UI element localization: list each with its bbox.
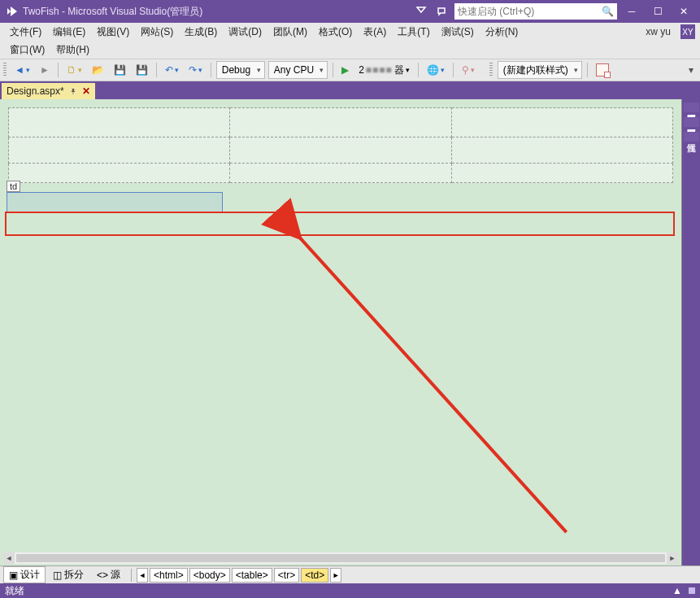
scroll-right-button[interactable]: ►	[667, 552, 678, 564]
menu-window[interactable]: 窗口(W)	[5, 41, 50, 59]
open-file-button[interactable]: 📂	[89, 61, 107, 79]
toolbar-grip[interactable]	[3, 63, 7, 77]
quick-launch-input[interactable]	[458, 4, 602, 19]
redo-button[interactable]: ↷ ▾	[185, 61, 206, 79]
panel-team-explorer[interactable]: 团队资源管理器	[684, 117, 699, 127]
panel-properties[interactable]: 属性	[684, 132, 699, 142]
new-project-button[interactable]: 🗋 ▾	[63, 61, 85, 79]
start-debug-button[interactable]: ▶	[338, 61, 352, 79]
source-icon: <>	[97, 570, 108, 581]
scroll-thumb[interactable]	[16, 554, 665, 562]
solution-platform-dropdown[interactable]: Any CPU	[268, 61, 328, 79]
menu-help[interactable]: 帮助(H)	[51, 41, 94, 59]
tagpath-table[interactable]: <table>	[232, 568, 272, 583]
nav-back-button[interactable]: ◄ ▾	[11, 61, 33, 79]
annotation-highlight	[5, 212, 675, 236]
standard-toolbar: ◄ ▾ ► 🗋 ▾ 📂 💾 💾 ↶ ▾ ↷ ▾ Debug Any CPU ▶ …	[0, 59, 700, 81]
tab-close-icon[interactable]: ✕	[82, 85, 90, 97]
menu-bar-row2: 窗口(W) 帮助(H)	[0, 41, 700, 59]
menu-file[interactable]: 文件(F)	[5, 24, 46, 41]
designer-bottom-bar: ▣设计 ◫拆分 <>源 ◄ <html> <body> <table> <tr>…	[0, 565, 700, 583]
nav-forward-button[interactable]: ►	[37, 61, 53, 79]
tagpath-next[interactable]: ►	[330, 568, 341, 583]
menu-test[interactable]: 测试(S)	[437, 24, 479, 41]
window-title: TwoFish - Microsoft Visual Studio(管理员)	[23, 5, 202, 19]
toolbar-overflow[interactable]: ▾	[685, 61, 697, 79]
menu-bar: 文件(F) 编辑(E) 视图(V) 网站(S) 生成(B) 调试(D) 团队(M…	[0, 23, 700, 41]
close-button[interactable]: ✕	[672, 3, 695, 20]
menu-view[interactable]: 视图(V)	[92, 24, 134, 41]
menu-tools[interactable]: 工具(T)	[393, 24, 434, 41]
design-surface[interactable]: td ◄ ►	[0, 99, 682, 565]
menu-table[interactable]: 表(A)	[359, 24, 391, 41]
feedback-icon[interactable]	[433, 2, 451, 20]
status-right: ▲	[672, 585, 695, 596]
pin-icon[interactable]: 🖈	[69, 87, 77, 96]
save-all-button[interactable]: 💾	[133, 61, 151, 79]
design-icon: ▣	[9, 570, 18, 581]
solution-config-dropdown[interactable]: Debug	[216, 61, 265, 79]
html-table[interactable]	[8, 107, 673, 183]
toolbar-grip-2[interactable]	[489, 63, 493, 77]
selected-cell-outline	[7, 192, 223, 213]
quick-launch[interactable]: 🔍	[454, 3, 617, 20]
style-dropdown[interactable]: (新建内联样式)	[498, 61, 582, 79]
menu-format[interactable]: 格式(O)	[314, 24, 357, 41]
tagpath-td[interactable]: <td>	[301, 568, 328, 583]
undo-button[interactable]: ↶ ▾	[162, 61, 182, 79]
maximize-button[interactable]: ☐	[646, 3, 669, 20]
user-avatar[interactable]: XY	[680, 24, 695, 39]
notifications-icon[interactable]	[412, 2, 430, 20]
document-tab-label: Design.aspx*	[7, 85, 64, 97]
element-tag-label[interactable]: td	[7, 181, 20, 192]
mode-source[interactable]: <>源	[91, 566, 126, 583]
menu-website[interactable]: 网站(S)	[136, 24, 178, 41]
status-text: 就绪	[5, 584, 24, 598]
menu-team[interactable]: 团队(M)	[268, 24, 312, 41]
search-icon: 🔍	[602, 6, 614, 17]
browser-target-dropdown[interactable]: 2■■■■器 ▾	[355, 61, 413, 79]
document-tab[interactable]: Design.aspx* 🖈 ✕	[2, 83, 95, 99]
menu-build[interactable]: 生成(B)	[180, 24, 222, 41]
vs-logo-icon	[5, 4, 20, 19]
mode-design[interactable]: ▣设计	[3, 566, 46, 583]
scroll-left-button[interactable]: ◄	[3, 552, 15, 564]
find-in-files-button[interactable]: ⚲ ▾	[459, 61, 478, 79]
menu-debug[interactable]: 调试(D)	[224, 24, 267, 41]
status-arrow-icon: ▲	[672, 585, 682, 596]
tagpath-body[interactable]: <body>	[189, 568, 230, 583]
horizontal-scrollbar[interactable]: ◄ ►	[3, 552, 678, 564]
split-icon: ◫	[53, 570, 62, 581]
browse-with-button[interactable]: 🌐 ▾	[424, 61, 448, 79]
status-indicator-icon	[689, 587, 695, 594]
minimize-button[interactable]: ─	[620, 3, 643, 20]
target-rule-button[interactable]	[593, 61, 612, 79]
menu-analyze[interactable]: 分析(N)	[480, 24, 524, 41]
tagpath-html[interactable]: <html>	[150, 568, 188, 583]
panel-solution-explorer[interactable]: 解决方案资源管理器	[684, 103, 699, 112]
mode-split[interactable]: ◫拆分	[47, 566, 89, 583]
signed-in-user[interactable]: xw yu	[646, 26, 674, 37]
svg-line-0	[298, 236, 567, 532]
tagpath-prev[interactable]: ◄	[137, 568, 148, 583]
menu-edit[interactable]: 编辑(E)	[48, 24, 90, 41]
tagpath-tr[interactable]: <tr>	[274, 568, 299, 583]
save-button[interactable]: 💾	[111, 61, 129, 79]
